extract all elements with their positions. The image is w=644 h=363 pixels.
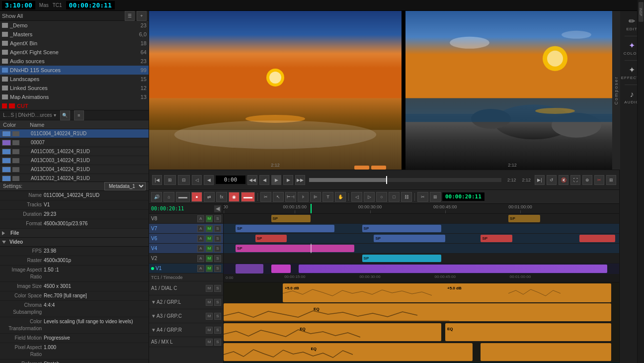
expand-btn[interactable]: ▼ xyxy=(151,313,155,319)
track-mute-a5[interactable]: M xyxy=(206,339,213,346)
bin-item[interactable]: AgentX Fight Scene 64 xyxy=(0,48,149,57)
track-solo-a4[interactable]: S xyxy=(214,327,221,334)
clip-v6-1[interactable]: SP xyxy=(255,235,287,242)
track-solo-a2[interactable]: S xyxy=(214,299,221,306)
tl-fx-btn[interactable]: fx xyxy=(216,192,227,202)
step-fwd-btn[interactable]: ▶ xyxy=(283,175,293,185)
file-row[interactable]: A013C004_140224_R1UD xyxy=(0,165,149,174)
track-lock-btn[interactable]: S xyxy=(214,265,221,272)
track-solo-a5[interactable]: S xyxy=(214,339,221,346)
track-lock-btn[interactable]: S xyxy=(214,245,221,252)
bin-item[interactable]: Linked Sources 12 xyxy=(0,84,149,92)
bin-item[interactable]: AgentX Bin 18 xyxy=(0,39,149,48)
expand-btn[interactable]: ▼ xyxy=(151,299,155,305)
clip-v1-2[interactable] xyxy=(271,265,291,273)
tl-cut-tool[interactable]: ✂ xyxy=(260,192,271,202)
tl-volume-btn[interactable]: 🔊 xyxy=(151,192,162,202)
bin-item-red[interactable]: CUT xyxy=(0,101,149,110)
tl-mark-in[interactable]: ◁ xyxy=(351,192,362,202)
tl-audio-btn[interactable]: ▬▬ xyxy=(241,192,255,202)
prev-frame-btn[interactable]: ◀ xyxy=(204,175,214,185)
track-solo-a3[interactable]: S xyxy=(214,313,221,320)
audio-clip-a2-3[interactable] xyxy=(500,303,611,321)
file-row[interactable]: A011C005_140224_R1UD xyxy=(0,147,149,156)
track-solo-a1[interactable]: S xyxy=(214,285,221,292)
track-mute-btn[interactable]: M xyxy=(206,255,213,262)
scrub-bar[interactable] xyxy=(309,178,501,182)
grid-view-btn[interactable]: ⊞ xyxy=(164,175,176,185)
tl-zoom-out-btn[interactable]: ✂ xyxy=(417,192,428,202)
track-lock-btn[interactable]: S xyxy=(214,235,221,242)
clip-v4-1[interactable]: SP xyxy=(236,245,354,252)
track-lock-btn[interactable]: S xyxy=(214,255,221,262)
tl-match-btn[interactable]: ⊞ xyxy=(430,192,441,202)
zoom-btn[interactable]: ⊞ xyxy=(606,175,616,185)
clip-v8-2[interactable]: SP xyxy=(508,215,540,222)
bin-view-btn[interactable]: ☰ xyxy=(125,11,135,21)
track-mute-btn[interactable]: M xyxy=(206,235,213,242)
skip-fwd-btn[interactable]: ▶▶ xyxy=(295,175,305,185)
bin-item[interactable]: Audio sources 23 xyxy=(0,57,149,66)
file-row[interactable]: 011C004_140224_R1UD xyxy=(0,129,149,138)
tl-link-btn[interactable]: ⛓ xyxy=(401,192,412,202)
options-btn[interactable]: ≡ xyxy=(74,110,84,120)
timeline-tracks-scroll[interactable]: SP SP SP SP SP xyxy=(224,214,619,363)
track-mute-a4[interactable]: M xyxy=(206,327,213,334)
clip-v8-1[interactable]: SP xyxy=(271,215,311,222)
track-vis-btn[interactable]: A xyxy=(197,235,204,242)
tl-sync-btn[interactable]: ⇄ xyxy=(204,192,215,202)
tl-square-btn[interactable]: □ xyxy=(389,192,400,202)
timeline-ruler[interactable]: 0:00 00:00:15:00 00:00:30:00 00:00:45:00… xyxy=(224,204,619,214)
clip-v6-3[interactable]: SP xyxy=(481,235,512,242)
tl-razor-tool[interactable]: ⊫ xyxy=(310,192,321,202)
audio-clip-a3[interactable]: EQ xyxy=(224,323,441,341)
track-mute-btn[interactable]: M xyxy=(206,215,213,222)
track-mute-a1[interactable]: M xyxy=(206,285,213,292)
metadata-dropdown[interactable]: Metadata_1 xyxy=(104,182,146,190)
track-vis-btn[interactable]: A xyxy=(197,225,204,232)
rewind-to-start-btn[interactable]: |◀ xyxy=(152,175,162,185)
play-btn[interactable]: ▶ xyxy=(271,175,281,185)
audio-clip-a1-3[interactable] xyxy=(508,283,611,302)
track-mute-a3[interactable]: M xyxy=(206,313,213,320)
skip-back-btn[interactable]: ◀◀ xyxy=(247,175,257,185)
snap-btn[interactable]: ⊕ xyxy=(582,175,592,185)
step-back-btn[interactable]: ◀ xyxy=(259,175,269,185)
audio-clip-a2[interactable]: EQ xyxy=(224,303,481,321)
track-mute-btn[interactable]: M xyxy=(206,245,213,252)
track-vis-btn[interactable]: A xyxy=(197,255,204,262)
tl-clip-btn[interactable]: ▬▬ xyxy=(176,192,190,202)
tl-trim-tool[interactable]: ⊢⊣ xyxy=(285,192,296,202)
tl-color-btn[interactable]: ◉ xyxy=(229,192,240,202)
track-lock-btn[interactable]: S xyxy=(214,225,221,232)
expand-btn[interactable]: ▼ xyxy=(151,327,155,333)
clip-v2-1[interactable]: SP xyxy=(362,255,441,262)
bin-item[interactable]: _Demo 23 xyxy=(0,21,149,30)
clip-v7-2[interactable]: SP xyxy=(362,225,441,232)
tl-slip-tool[interactable]: ⊧ xyxy=(298,192,309,202)
bin-item[interactable]: Landscapes 15 xyxy=(0,75,149,84)
track-vis-btn[interactable]: A xyxy=(197,245,204,252)
fullscreen-btn[interactable]: ⛶ xyxy=(570,175,580,185)
clip-v6-2[interactable]: SP xyxy=(374,235,445,242)
cut-tool-btn[interactable]: ✂ xyxy=(594,175,604,185)
track-lock-btn[interactable]: S xyxy=(214,215,221,222)
section-file[interactable]: File xyxy=(0,229,149,238)
bin-list[interactable]: _Demo 23 _Masters 6,0 AgentX Bin 18 Agen… xyxy=(0,21,149,110)
audio-clip-a4[interactable]: EQ xyxy=(224,343,473,361)
clip-v1-1[interactable] xyxy=(236,264,263,273)
timeline-content[interactable]: 0:00 00:00:15:00 00:00:30:00 00:00:45:00… xyxy=(224,204,619,363)
tl-circle-btn[interactable]: ○ xyxy=(376,192,387,202)
clip-v1-main[interactable] xyxy=(299,265,607,273)
loop-btn[interactable]: ↺ xyxy=(547,175,557,185)
audio-clip-a4-2[interactable] xyxy=(481,343,611,361)
file-row[interactable]: A013C003_140224_R1UD xyxy=(0,156,149,165)
fit-btn[interactable]: ⊟ xyxy=(178,175,190,185)
clip-v7-1[interactable]: SP xyxy=(236,225,334,232)
section-video[interactable]: Video xyxy=(0,238,149,247)
tl-record-btn[interactable]: ● xyxy=(191,192,202,202)
mute-btn[interactable]: 🔇 xyxy=(559,175,568,185)
tl-select-tool[interactable]: ↖ xyxy=(273,192,284,202)
bin-item[interactable]: _Masters 6,0 xyxy=(0,30,149,39)
tl-hand-tool[interactable]: ✋ xyxy=(335,192,346,202)
